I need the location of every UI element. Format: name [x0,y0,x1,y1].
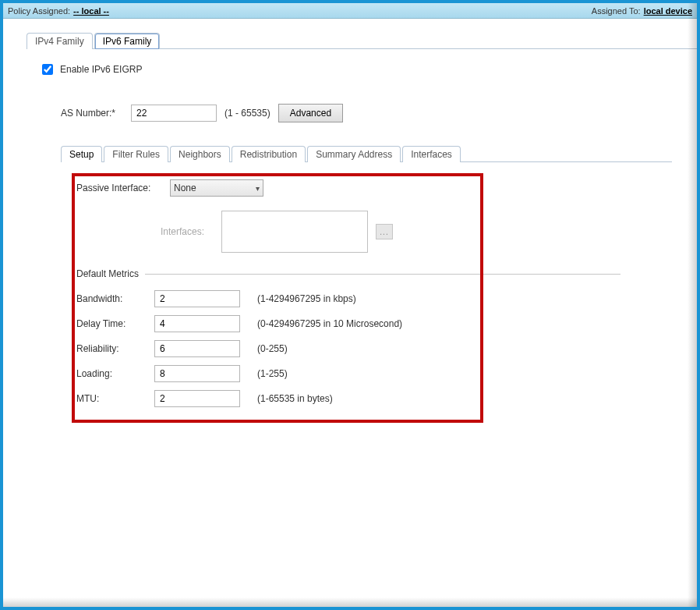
assigned-to-link[interactable]: local device [644,6,692,16]
loading-input[interactable] [154,365,240,382]
default-metrics-heading: Default Metrics [76,268,659,279]
reliability-label: Reliability: [76,343,145,354]
enable-ipv6-eigrp-row: Enable IPv6 EIGRP [39,62,672,77]
tab-setup[interactable]: Setup [61,146,102,162]
loading-row: Loading: (1-255) [76,365,659,382]
passive-interface-row: Passive Interface: None ▾ [76,179,659,197]
bandwidth-row: Bandwidth: (1-4294967295 in kbps) [76,290,659,307]
tab-redistribution[interactable]: Redistribution [232,146,306,162]
policy-assigned-link[interactable]: -- local -- [73,6,109,16]
as-number-label: AS Number: [61,108,123,119]
mtu-hint: (1-65535 in bytes) [257,393,333,404]
interfaces-label: Interfaces: [161,226,214,237]
default-metrics-text: Default Metrics [76,268,139,279]
delay-time-row: Delay Time: (0-4294967295 in 10 Microsec… [76,315,659,332]
as-number-row: AS Number: (1 - 65535) Advanced [61,104,672,122]
interfaces-browse-button[interactable]: ... [376,224,393,239]
bandwidth-hint: (1-4294967295 in kbps) [257,293,356,304]
setup-body: Passive Interface: None ▾ Interfaces: ..… [61,162,672,427]
interfaces-row: Interfaces: ... [161,211,659,253]
passive-interface-label: Passive Interface: [76,183,161,193]
inner-panel: Setup Filter Rules Neighbors Redistribut… [61,146,672,427]
highlight-area: Passive Interface: None ▾ Interfaces: ..… [76,179,659,407]
delay-time-input[interactable] [154,315,240,332]
delay-time-label: Delay Time: [76,318,145,329]
inner-tab-strip: Setup Filter Rules Neighbors Redistribut… [61,146,672,162]
tab-filter-rules[interactable]: Filter Rules [104,146,168,162]
mtu-row: MTU: (1-65535 in bytes) [76,390,659,407]
tab-summary-address[interactable]: Summary Address [307,146,401,162]
chevron-down-icon: ▾ [256,184,260,193]
enable-ipv6-eigrp-checkbox[interactable] [42,64,53,75]
mtu-input[interactable] [154,390,240,407]
tab-interfaces[interactable]: Interfaces [402,146,461,162]
tab-ipv6-family[interactable]: IPv6 Family [94,33,161,49]
app-window: Policy Assigned: -- local -- Assigned To… [0,0,700,610]
reliability-row: Reliability: (0-255) [76,340,659,357]
mtu-label: MTU: [76,393,145,404]
loading-label: Loading: [76,368,145,379]
divider-line [145,274,620,275]
enable-ipv6-eigrp-label: Enable IPv6 EIGRP [60,64,142,75]
tab-ipv4-family[interactable]: IPv4 Family [27,33,93,49]
delay-time-hint: (0-4294967295 in 10 Microsecond) [257,318,402,329]
tab-neighbors[interactable]: Neighbors [170,146,230,162]
ipv6-family-panel: Enable IPv6 EIGRP AS Number: (1 - 65535)… [27,49,684,440]
top-tab-strip: IPv4 Family IPv6 Family [27,33,697,49]
as-number-input[interactable] [131,105,217,122]
interfaces-listbox[interactable] [221,211,368,253]
as-number-hint: (1 - 65535) [224,108,270,119]
policy-assigned-label: Policy Assigned: [8,6,70,16]
passive-interface-value: None [174,183,196,193]
passive-interface-select[interactable]: None ▾ [170,179,263,197]
bandwidth-label: Bandwidth: [76,293,145,304]
main-area: IPv4 Family IPv6 Family Enable IPv6 EIGR… [3,19,697,607]
advanced-button[interactable]: Advanced [278,104,343,122]
bandwidth-input[interactable] [154,290,240,307]
reliability-input[interactable] [154,340,240,357]
header-bar: Policy Assigned: -- local -- Assigned To… [3,3,697,19]
reliability-hint: (0-255) [257,343,288,354]
assigned-to-label: Assigned To: [592,6,641,16]
loading-hint: (1-255) [257,368,288,379]
